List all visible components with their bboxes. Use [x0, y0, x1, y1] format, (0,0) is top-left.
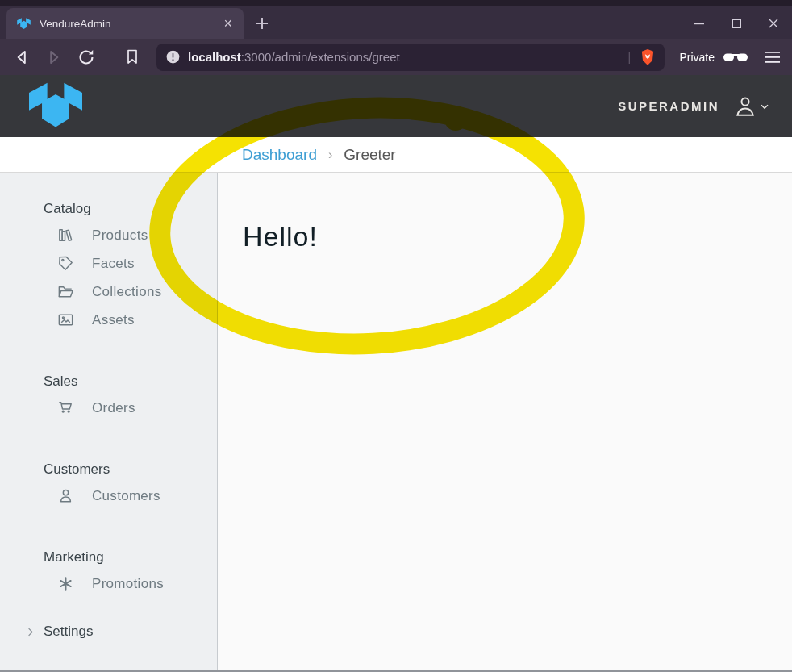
user-icon — [56, 486, 75, 505]
section-heading-sales: Sales — [0, 369, 217, 394]
books-icon — [56, 226, 75, 244]
vendure-logo-icon[interactable] — [24, 80, 87, 133]
sidebar-item-label: Orders — [92, 400, 135, 416]
tab-close-icon[interactable]: × — [220, 16, 236, 31]
sidebar-item-settings[interactable]: Settings — [0, 624, 217, 640]
private-mode-label: Private — [679, 51, 715, 64]
tab-favicon-vendure-logo-icon — [16, 17, 31, 31]
user-label: SUPERADMIN — [618, 99, 719, 113]
sidebar-item-label: Products — [92, 227, 148, 244]
breadcrumb-link-dashboard[interactable]: Dashboard — [242, 146, 317, 164]
sidebar-item-promotions[interactable]: Promotions — [0, 570, 217, 598]
section-heading-marketing: Marketing — [0, 545, 217, 570]
tab-bar: VendureAdmin × — [0, 6, 792, 39]
asterisk-icon — [56, 574, 75, 593]
url-text[interactable]: localhost:3000/admin/extensions/greet — [188, 50, 619, 64]
sidebar-item-customers[interactable]: Customers — [0, 482, 217, 510]
window-top-edge — [0, 0, 792, 6]
sidebar-item-collections[interactable]: Collections — [0, 278, 217, 306]
url-path: :3000/admin/extensions/greet — [241, 50, 400, 64]
cart-icon — [56, 399, 75, 417]
sidebar-item-products[interactable]: Products — [0, 221, 217, 249]
sidebar-item-label: Facets — [92, 256, 135, 272]
folder-icon — [56, 282, 75, 301]
app-body: Catalog Products Facets — [0, 173, 792, 670]
sidebar-item-facets[interactable]: Facets — [0, 249, 217, 278]
address-bar[interactable]: localhost:3000/admin/extensions/greet | — [156, 44, 665, 71]
reload-button[interactable] — [76, 47, 97, 68]
sidebar-item-label: Assets — [92, 312, 135, 328]
sidebar-item-orders[interactable]: Orders — [0, 394, 217, 422]
brave-shield-icon[interactable] — [639, 48, 657, 67]
sidebar-item-assets[interactable]: Assets — [0, 306, 217, 334]
browser-window: VendureAdmin × — [0, 0, 792, 672]
minimize-button[interactable] — [681, 10, 718, 37]
toolbar-right-group: Private — [679, 50, 781, 65]
image-icon — [56, 311, 75, 329]
private-sunglasses-icon — [723, 51, 748, 64]
breadcrumb: Dashboard › Greeter — [0, 137, 792, 173]
sidebar-section-sales: Sales Orders — [0, 369, 217, 422]
sidebar-section-catalog: Catalog Products Facets — [0, 197, 217, 334]
address-bar-divider: | — [627, 50, 631, 65]
section-heading-catalog: Catalog — [0, 197, 217, 221]
chevron-down-icon — [758, 100, 771, 113]
chevron-right-icon — [24, 626, 36, 638]
forward-button-disabled[interactable] — [44, 47, 65, 68]
user-menu[interactable]: SUPERADMIN — [618, 94, 771, 119]
bookmark-icon[interactable] — [123, 47, 144, 68]
breadcrumb-current: Greeter — [344, 146, 395, 164]
browser-toolbar: localhost:3000/admin/extensions/greet | … — [0, 39, 792, 75]
sidebar-section-marketing: Marketing Promotions — [0, 545, 217, 598]
settings-label: Settings — [44, 624, 93, 640]
url-host: localhost — [188, 50, 241, 64]
app-header: SUPERADMIN — [0, 75, 792, 137]
new-tab-button[interactable] — [252, 13, 273, 34]
maximize-button[interactable] — [718, 10, 755, 37]
window-controls — [681, 10, 792, 37]
back-button[interactable] — [11, 47, 32, 68]
sidebar-nav: Catalog Products Facets — [0, 173, 218, 670]
greeting-heading: Hello! — [243, 221, 792, 253]
sidebar-section-customers: Customers Customers — [0, 457, 217, 510]
breadcrumb-separator: › — [328, 148, 332, 162]
section-heading-customers: Customers — [0, 457, 217, 482]
close-window-button[interactable] — [755, 10, 792, 37]
menu-hamburger-icon[interactable] — [765, 50, 781, 65]
user-avatar-icon — [732, 94, 758, 119]
tag-icon — [56, 254, 75, 273]
browser-tab[interactable]: VendureAdmin × — [6, 8, 244, 39]
main-content: Hello! — [218, 173, 792, 670]
tab-title: VendureAdmin — [40, 18, 220, 30]
sidebar-item-label: Promotions — [92, 576, 164, 592]
sidebar-item-label: Customers — [92, 488, 160, 504]
site-info-icon[interactable] — [165, 48, 181, 65]
sidebar-item-label: Collections — [92, 284, 161, 300]
